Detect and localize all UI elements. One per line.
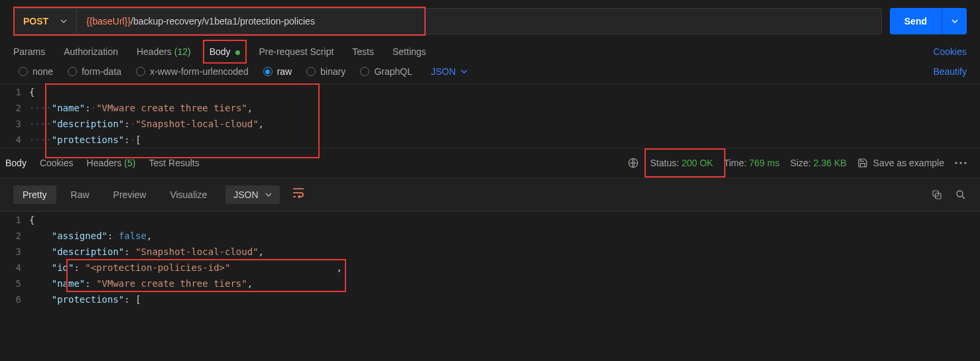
line-wrap-button[interactable] (285, 183, 312, 205)
modified-dot-icon (235, 50, 240, 55)
send-dropdown-button[interactable] (942, 8, 967, 34)
tab-headers[interactable]: Headers (12) (137, 46, 191, 57)
response-tab-body[interactable]: Body (5, 155, 27, 171)
body-type-binary[interactable]: binary (306, 66, 345, 77)
chevron-down-icon (461, 70, 467, 74)
request-url-input[interactable]: {{baseUrl}}/backup-recovery/v1beta1/prot… (77, 16, 881, 26)
body-type-none[interactable]: none (19, 66, 53, 77)
view-tab-preview[interactable]: Preview (104, 185, 156, 204)
url-path: /backup-recovery/v1beta1/protection-poli… (131, 16, 315, 26)
save-icon (857, 158, 868, 168)
search-icon[interactable] (955, 189, 967, 201)
response-body-viewer[interactable]: 1{ 2 "assigned": false, 3 "description":… (0, 211, 980, 307)
cookies-link[interactable]: Cookies (933, 46, 967, 57)
tab-authorization[interactable]: Authorization (64, 46, 118, 57)
view-tab-pretty[interactable]: Pretty (13, 185, 56, 204)
send-button[interactable]: Send (890, 8, 942, 34)
time-label: Time: (723, 158, 746, 168)
view-tab-visualize[interactable]: Visualize (160, 185, 216, 204)
response-tab-test-results[interactable]: Test Results (149, 155, 199, 171)
svg-point-2 (959, 162, 961, 164)
tab-tests[interactable]: Tests (352, 46, 374, 57)
wrap-icon (292, 187, 305, 198)
size-value: 2.36 KB (814, 158, 847, 168)
http-method-select[interactable]: POST (14, 9, 77, 34)
view-tab-raw[interactable]: Raw (62, 185, 99, 204)
chevron-down-icon (265, 193, 272, 197)
status-value: 200 OK (682, 158, 713, 168)
response-format-select[interactable]: JSON (225, 185, 279, 204)
more-icon[interactable] (955, 162, 967, 164)
tab-body[interactable]: Body (210, 46, 241, 57)
tab-settings[interactable]: Settings (393, 46, 426, 57)
http-method-label: POST (23, 16, 48, 26)
body-type-graphql[interactable]: GraphQL (360, 66, 412, 77)
body-format-select[interactable]: JSON (431, 66, 467, 77)
tab-params[interactable]: Params (13, 46, 45, 57)
time-value: 769 ms (749, 158, 780, 168)
status-label: Status: (650, 158, 679, 168)
svg-point-1 (955, 162, 957, 164)
response-tab-cookies[interactable]: Cookies (40, 155, 74, 171)
body-type-raw[interactable]: raw (263, 66, 292, 77)
chevron-down-icon (60, 19, 67, 23)
save-as-example-button[interactable]: Save as example (857, 158, 944, 168)
url-variable-token: {{baseUrl}} (86, 16, 131, 26)
tab-prerequest-script[interactable]: Pre-request Script (259, 46, 334, 57)
copy-icon[interactable] (931, 189, 943, 201)
body-type-urlencoded[interactable]: x-www-form-urlencoded (136, 66, 249, 77)
chevron-down-icon (951, 19, 958, 23)
beautify-link[interactable]: Beautify (933, 66, 967, 77)
request-body-editor[interactable]: 1{ 2····"name":·"VMware create three tie… (0, 83, 980, 148)
svg-point-3 (964, 162, 966, 164)
svg-point-6 (957, 191, 963, 197)
response-tab-headers[interactable]: Headers (5) (87, 155, 136, 171)
globe-icon[interactable] (627, 157, 639, 169)
body-type-form-data[interactable]: form-data (68, 66, 121, 77)
size-label: Size: (790, 158, 811, 168)
